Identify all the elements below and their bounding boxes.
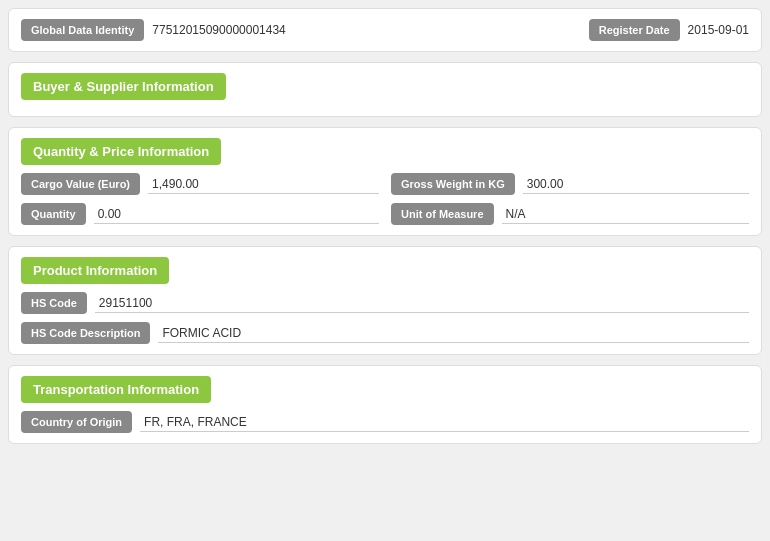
product-section: Product Information HS Code 29151100 HS … xyxy=(8,246,762,355)
cargo-value: 1,490.00 xyxy=(148,175,379,194)
gross-weight-label: Gross Weight in KG xyxy=(391,173,515,195)
hs-code-desc-label: HS Code Description xyxy=(21,322,150,344)
top-card: Global Data Identity 7751201509000000143… xyxy=(8,8,762,52)
quantity-group: Quantity 0.00 xyxy=(21,203,379,225)
quantity-label: Quantity xyxy=(21,203,86,225)
gross-weight-group: Gross Weight in KG 300.00 xyxy=(391,173,749,195)
unit-of-measure: N/A xyxy=(502,205,749,224)
hs-code-label: HS Code xyxy=(21,292,87,314)
quantity-price-title: Quantity & Price Information xyxy=(21,138,221,165)
buyer-supplier-title: Buyer & Supplier Information xyxy=(21,73,226,100)
country-of-origin-label: Country of Origin xyxy=(21,411,132,433)
product-title-row: Product Information xyxy=(21,257,749,284)
quantity-price-title-row: Quantity & Price Information xyxy=(21,138,749,165)
quantity-price-section: Quantity & Price Information Cargo Value… xyxy=(8,127,762,236)
unit-of-measure-label: Unit of Measure xyxy=(391,203,494,225)
global-data-identity-label: Global Data Identity xyxy=(21,19,144,41)
global-data-identity-value: 77512015090000001434 xyxy=(152,23,580,37)
register-date-value: 2015-09-01 xyxy=(688,23,749,37)
unit-of-measure-group: Unit of Measure N/A xyxy=(391,203,749,225)
country-of-origin: FR, FRA, FRANCE xyxy=(140,413,749,432)
buyer-supplier-section: Buyer & Supplier Information xyxy=(8,62,762,117)
cargo-value-group: Cargo Value (Euro) 1,490.00 xyxy=(21,173,379,195)
hs-code: 29151100 xyxy=(95,294,749,313)
cargo-value-label: Cargo Value (Euro) xyxy=(21,173,140,195)
gross-weight: 300.00 xyxy=(523,175,749,194)
buyer-supplier-title-row: Buyer & Supplier Information xyxy=(21,73,749,100)
product-title: Product Information xyxy=(21,257,169,284)
transportation-title: Transportation Information xyxy=(21,376,211,403)
quantity-price-row2: Quantity 0.00 Unit of Measure N/A xyxy=(21,203,749,225)
quantity: 0.00 xyxy=(94,205,379,224)
quantity-price-row1: Cargo Value (Euro) 1,490.00 Gross Weight… xyxy=(21,173,749,195)
transportation-title-row: Transportation Information xyxy=(21,376,749,403)
register-date-label: Register Date xyxy=(589,19,680,41)
country-of-origin-group: Country of Origin FR, FRA, FRANCE xyxy=(21,411,749,433)
transportation-section: Transportation Information Country of Or… xyxy=(8,365,762,444)
hs-code-desc: FORMIC ACID xyxy=(158,324,749,343)
hs-code-group: HS Code 29151100 xyxy=(21,292,749,314)
hs-code-desc-group: HS Code Description FORMIC ACID xyxy=(21,322,749,344)
